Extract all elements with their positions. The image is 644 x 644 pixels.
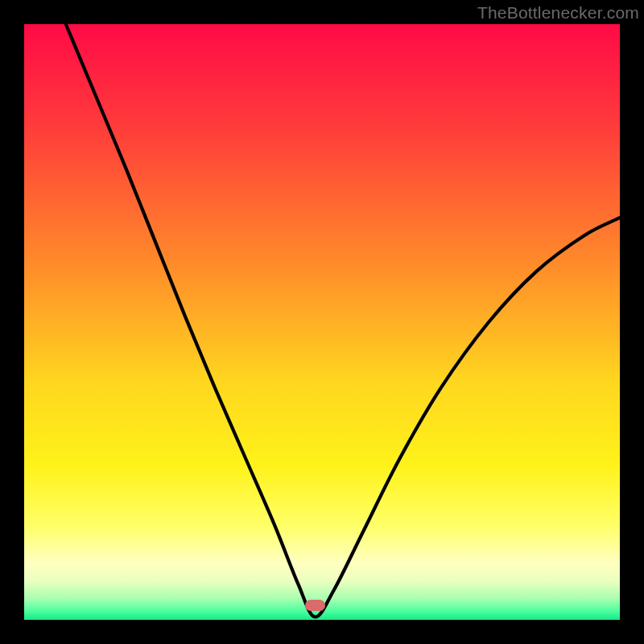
chart-frame: TheBottlenecker.com: [0, 0, 644, 644]
bottleneck-curve: [24, 24, 620, 620]
optimal-marker: [305, 600, 325, 611]
watermark-label: TheBottlenecker.com: [477, 3, 639, 23]
plot-area: [24, 24, 620, 620]
